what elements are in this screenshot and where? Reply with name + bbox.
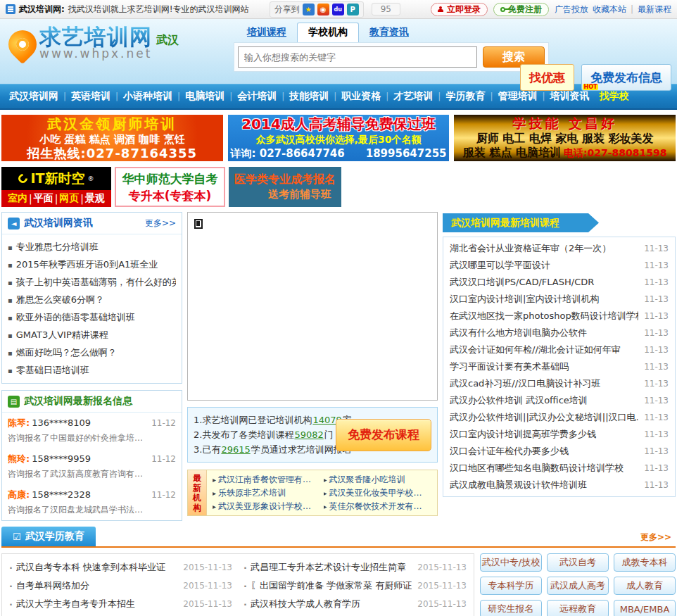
education-item[interactable]: 武汉大学主考自考专升本招生2015-11-13 <box>9 595 232 613</box>
nav-english[interactable]: 英语培训 <box>66 90 115 103</box>
stat-courses-count[interactable]: 59082 <box>294 429 323 440</box>
baidu-share-icon[interactable]: du <box>332 4 344 15</box>
nav-news[interactable]: 培训资讯HOT <box>545 90 594 103</box>
topbar-links: 广告投放 收藏本站 | 最新课程 <box>555 4 671 15</box>
category-button[interactable]: 研究生报名 <box>480 600 542 616</box>
nav-skills[interactable]: 技能培训 <box>284 90 334 103</box>
category-button[interactable]: 成人教育 <box>614 577 676 595</box>
nav-qualification[interactable]: 职业资格 <box>336 90 386 103</box>
news-item[interactable]: GMAT3人VIP精讲课程 <box>8 326 176 344</box>
course-item[interactable]: 武汉办公软件培训||武汉办公文秘培训||汉口电…11-13 <box>443 409 675 426</box>
education-tab[interactable]: ☑ 武汉学历教育 <box>1 527 96 546</box>
site-logo[interactable]: 求艺培训网 武汉 www.whpx.net <box>6 26 179 60</box>
search-tabs: 培训课程 学校机构 教育资讯 <box>234 23 549 42</box>
nav-accounting[interactable]: 会计培训 <box>232 90 281 103</box>
news-item[interactable]: 欧亚外语的德语零基础培训班 <box>8 308 176 326</box>
share-bar: 分享到 ★ ◉ du P <box>270 1 364 18</box>
banner-it-xinshikong[interactable]: IT新时空 ® 室内| 平面| 网页| 景观 <box>1 167 111 207</box>
education-item[interactable]: 武汉科技大学成人教育学历2015-11-13 <box>243 595 467 613</box>
banner-huazhong-zikao[interactable]: 华中师范大学自考 专升本(专套本) <box>115 167 225 207</box>
course-item[interactable]: 湖北省会计从业资格证年审（2年一次）11-13 <box>443 240 675 257</box>
banner-wenchang-school[interactable]: 学技能 文昌好 厨师 电工 电焊 家电 服装 彩妆美发 服装 糕点 电脑培训电话… <box>454 115 676 161</box>
register-button[interactable]: 免费注册 <box>493 3 549 16</box>
search-input[interactable] <box>238 46 477 68</box>
header: 求艺培训网 武汉 www.whpx.net 培训课程 学校机构 教育资讯 搜索 … <box>0 19 677 84</box>
org-link[interactable]: 乐轶原非艺术培训 <box>213 486 324 500</box>
category-button[interactable]: 远程教育 <box>547 600 609 616</box>
weibo-share-icon[interactable]: ◉ <box>317 4 329 15</box>
latest-courses-panel: 湖北省会计从业资格证年审（2年一次）11-13 武汉哪里可以学平面设计11-13… <box>443 237 676 497</box>
education-item[interactable]: 武汉自考专本科 快速拿到本科毕业证2015-11-13 <box>9 558 232 577</box>
category-button[interactable]: 武汉成人高考 <box>547 577 609 595</box>
category-button[interactable]: MBA/EMBA <box>614 600 676 616</box>
course-item[interactable]: 学习平面设计要有美术基础吗11-13 <box>443 358 675 375</box>
link-ad[interactable]: 广告投放 <box>555 4 588 15</box>
course-item[interactable]: 武汉哪里可以学平面设计11-13 <box>443 257 675 274</box>
org-link[interactable]: 武汉聚香隆小吃培训 <box>324 473 435 486</box>
news-item[interactable]: 2015年秋季西班牙语0到A1班全业 <box>8 256 176 273</box>
education-item[interactable]: 自考单科网络加分2015-11-13 <box>9 577 232 595</box>
education-more-link[interactable]: 更多>> <box>636 532 676 546</box>
banner-medical-chengkao[interactable]: 医学类专业成考报名 送考前辅导班 <box>229 167 341 207</box>
category-button[interactable]: 武汉自考 <box>547 553 609 572</box>
banner-adult-gaokao[interactable]: 2014成人高考辅导免费保过班 众多武汉高校供你选择,最后30个名额 详询: 0… <box>228 115 450 161</box>
course-item[interactable]: 武汉会计证如何年检//湖北会计证如何年审11-13 <box>443 341 675 358</box>
nav-find-school[interactable]: 找学校 <box>594 90 633 103</box>
news-panel: ◄ 武汉培训网资讯 更多>> 专业雅思七分培训班 2015年秋季西班牙语0到A1… <box>1 212 182 384</box>
pengyou-share-icon[interactable]: P <box>347 4 359 15</box>
signup-entry[interactable]: 熊玲:158****995911-12 咨询报名了武汉新高度教育咨询有… <box>2 448 182 484</box>
org-link[interactable]: 武汉美亚化妆美甲学校… <box>324 486 435 500</box>
news-item[interactable]: 专业雅思七分培训班 <box>8 238 176 256</box>
latest-courses-title: 武汉培训网最新培训课程 <box>443 213 599 232</box>
nav-management[interactable]: 管理培训 <box>493 90 542 103</box>
nav-computer[interactable]: 电脑培训 <box>180 90 229 103</box>
category-button[interactable]: 成教专本科 <box>614 553 676 572</box>
qzone-share-icon[interactable]: ★ <box>303 4 315 15</box>
course-item[interactable]: 武汉有什么地方培训电脑办公软件11-13 <box>443 325 675 341</box>
education-item[interactable]: 武汉科技大学学历教育招生2015-11-13 <box>9 613 232 616</box>
site-label: 武汉培训网: <box>19 4 65 15</box>
signup-entry[interactable]: 高康:158****232811-12 咨询报名了汉阳盘龙城武昌学书法… <box>2 484 182 520</box>
org-link[interactable]: 武汉美亚形象设计学校… <box>213 500 324 513</box>
education-item[interactable]: 〖出国留学前准备 学做家常菜 有厨师证…2015-11-13 <box>243 577 467 595</box>
nav-degree[interactable]: 学历教育 <box>441 90 490 103</box>
news-item[interactable]: 零基础日语培训班 <box>8 361 176 379</box>
latest-orgs-label: 最新机构 <box>188 470 207 515</box>
tab-school-orgs[interactable]: 学校机构 <box>297 23 359 42</box>
news-item[interactable]: 孩子上初中英语基础薄弱，有什么好的英… <box>8 273 176 291</box>
free-publish-course-button[interactable]: 免费发布课程 <box>336 419 431 451</box>
education-item[interactable]: 武昌理工专升本艺术设计专业招生简章2015-11-13 <box>243 558 467 577</box>
course-item[interactable]: 汉口室内设计培训|室内设计培训机构11-13 <box>443 291 675 308</box>
course-item[interactable]: 汉口室内设计培训提高班学费多少钱11-13 <box>443 426 675 443</box>
nav-languages[interactable]: 小语种培训 <box>118 90 177 103</box>
stats-line: 2.共发布了各类培训课程59082门 <box>194 427 330 442</box>
course-item[interactable]: 武汉办公软件培训 武汉office培训11-13 <box>443 392 675 409</box>
nav-arts[interactable]: 才艺培训 <box>388 90 438 103</box>
news-item[interactable]: 燃面好吃吗？怎么做啊？ <box>8 344 176 361</box>
course-item[interactable]: 武汉汉口培训PS/CAD/FLASH/CDR11-13 <box>443 274 675 291</box>
find-coupon-button[interactable]: 找优惠 <box>520 64 574 91</box>
nav-home[interactable]: 武汉培训网 <box>4 90 63 103</box>
org-link[interactable]: 英佳尔餐饮技术开发有… <box>324 500 435 513</box>
course-item[interactable]: 武汉成教电脑景观设计软件培训班11-13 <box>443 477 675 494</box>
category-button[interactable]: 专本科学历 <box>480 577 542 595</box>
news-item[interactable]: 雅思怎么突破6分啊？ <box>8 291 176 308</box>
stat-students-count[interactable]: 29615 <box>221 444 250 455</box>
course-item[interactable]: 在武汉地区找一家photoshop数码设计培训学校11-13 <box>443 308 675 325</box>
course-item[interactable]: 武汉cad补习班//汉口电脑设计补习班11-13 <box>443 375 675 392</box>
share-label: 分享到 <box>274 4 300 15</box>
category-button[interactable]: 武汉中专/技校 <box>480 553 542 572</box>
signup-entry[interactable]: 陈琴:136****810911-12 咨询报名了中国最好的针灸推拿培… <box>2 413 182 448</box>
course-item[interactable]: 汉口地区有哪些知名电脑数码设计培训学校11-13 <box>443 460 675 477</box>
banner-row-2: IT新时空 ® 室内| 平面| 网页| 景观 华中师范大学自考 专升本(专套本)… <box>1 167 676 207</box>
link-favorite[interactable]: 收藏本站 <box>593 4 626 15</box>
course-item[interactable]: 汉口会计证年检代办要多少钱11-13 <box>443 443 675 460</box>
tab-edu-news[interactable]: 教育资讯 <box>359 23 419 42</box>
org-link[interactable]: 武汉江南香餐饮管理有… <box>213 473 324 486</box>
education-item[interactable]: 武汉的技校|武汉学技术的学校|文昌职校…2015-11-13 <box>243 613 467 616</box>
login-button[interactable]: 立即登录 <box>431 3 488 16</box>
news-more-link[interactable]: 更多>> <box>145 218 176 230</box>
banner-chef-training[interactable]: 武汉金领厨师培训 小吃 蛋糕 糕点 调酒 咖啡 烹饪 招生热线:027-8716… <box>1 115 223 161</box>
tab-training-courses[interactable]: 培训课程 <box>236 23 297 42</box>
link-latest-courses[interactable]: 最新课程 <box>638 4 671 15</box>
